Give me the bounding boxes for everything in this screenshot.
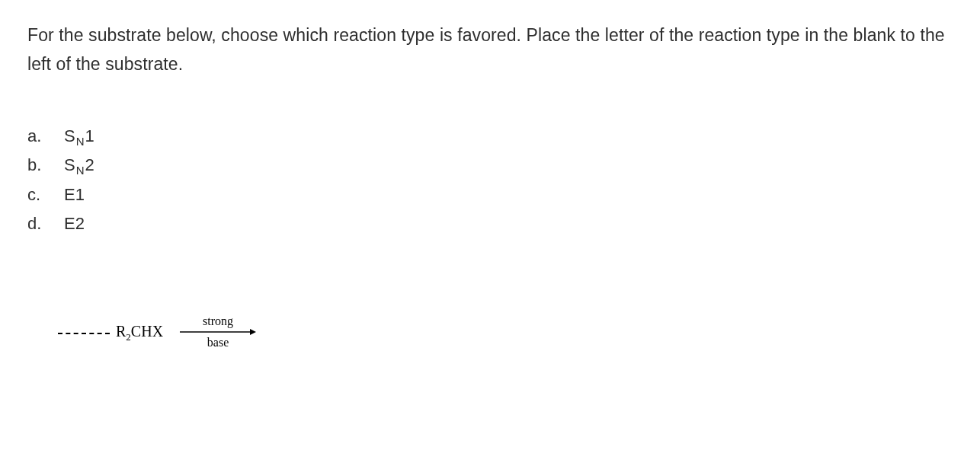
option-c: c. E1 (27, 180, 953, 210)
condition-bottom: base (207, 337, 229, 349)
option-d-content: E2 (64, 209, 85, 239)
option-d-label: d. (27, 209, 64, 239)
svg-marker-1 (250, 329, 256, 335)
option-a-label: a. (27, 122, 64, 152)
option-b-prefix: S (64, 151, 75, 180)
option-b: b. SN2 (27, 151, 953, 180)
option-b-sub: N (76, 161, 85, 180)
option-c-content: E1 (64, 180, 85, 210)
option-b-suffix: 2 (85, 151, 94, 180)
substrate-r: R (116, 323, 126, 340)
option-b-label: b. (27, 151, 64, 180)
substrate-sub: 2 (126, 331, 131, 343)
option-a: a. SN1 (27, 122, 953, 152)
option-c-label: c. (27, 180, 64, 210)
substrate-rest: CHX (131, 323, 163, 340)
option-a-prefix: S (64, 122, 75, 152)
options-list: a. SN1 b. SN2 c. E1 d. E2 (27, 122, 953, 239)
reaction-arrow-group: strong base (180, 315, 256, 349)
condition-top: strong (203, 315, 233, 327)
option-a-suffix: 1 (85, 122, 94, 152)
question-prompt: For the substrate below, choose which re… (27, 21, 953, 79)
answer-blank[interactable] (58, 333, 110, 334)
option-a-content: SN1 (64, 122, 94, 152)
substrate-formula: R2CHX (116, 323, 163, 340)
reaction-row: R2CHX strong base (27, 315, 953, 349)
reaction-arrow-icon (180, 329, 256, 335)
option-a-sub: N (76, 132, 85, 152)
option-b-content: SN2 (64, 151, 94, 180)
option-d: d. E2 (27, 209, 953, 239)
